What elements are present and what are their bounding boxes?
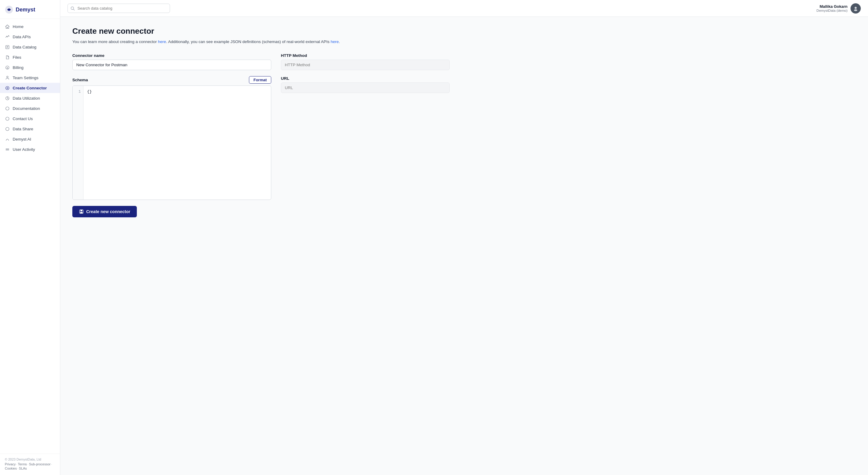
home-icon: [5, 24, 10, 29]
demyst-ai-icon: [5, 137, 10, 141]
sidebar-item-team-settings[interactable]: Team Settings: [0, 72, 60, 83]
schema-header: Schema Format: [72, 76, 271, 84]
sidebar-item-billing[interactable]: $ Billing: [0, 62, 60, 72]
svg-line-19: [73, 9, 75, 10]
url-input[interactable]: [281, 82, 450, 93]
sidebar-item-data-catalog[interactable]: Data Catalog: [0, 42, 60, 52]
sidebar-item-create-connector[interactable]: Create Connector: [0, 83, 60, 93]
logo-text: Demyst: [16, 7, 35, 13]
svg-point-14: [6, 127, 9, 131]
format-button[interactable]: Format: [249, 76, 271, 84]
create-connector-button[interactable]: Create new connector: [72, 206, 137, 217]
sidebar-item-demyst-ai[interactable]: Demyst AI: [0, 134, 60, 144]
footer-link-terms[interactable]: Terms: [18, 462, 27, 466]
connector-name-label: Connector name: [72, 53, 271, 58]
search-icon: [70, 6, 75, 10]
schema-label: Schema: [72, 78, 88, 82]
files-icon: [5, 55, 10, 60]
topbar: Mallika Gokarn DemystData (demo): [60, 0, 868, 17]
nav-list: Home Data APIs Data Catalog Files $ Bill…: [0, 19, 60, 454]
data-apis-icon: [5, 34, 10, 39]
svg-point-22: [854, 9, 858, 11]
page-description: You can learn more about creating a conn…: [72, 39, 856, 45]
schema-section: Schema Format 1 {}: [72, 76, 271, 200]
sidebar-label-documentation: Documentation: [13, 106, 40, 111]
svg-text:$: $: [7, 67, 8, 69]
schema-editor: 1 {}: [72, 86, 271, 200]
desc-link2[interactable]: here: [331, 39, 339, 44]
avatar: [850, 3, 861, 13]
save-icon: [79, 209, 84, 214]
create-btn-label: Create new connector: [86, 209, 130, 214]
http-method-input[interactable]: [281, 60, 450, 70]
data-catalog-icon: [5, 44, 10, 49]
sidebar-label-user-activity: User Activity: [13, 147, 35, 152]
http-method-field: HTTP Method: [281, 53, 450, 70]
contact-us-icon: [5, 116, 10, 121]
url-label: URL: [281, 76, 450, 81]
sidebar-item-home[interactable]: Home: [0, 21, 60, 32]
svg-point-12: [6, 107, 9, 110]
svg-point-13: [6, 117, 9, 121]
sidebar-label-data-catalog: Data Catalog: [13, 45, 36, 49]
sidebar-item-data-share[interactable]: Data Share: [0, 124, 60, 134]
schema-textarea[interactable]: {}: [84, 86, 271, 200]
svg-point-7: [7, 76, 8, 78]
desc-suffix: .: [339, 39, 340, 44]
sidebar-label-demyst-ai: Demyst AI: [13, 137, 31, 141]
sidebar-item-files[interactable]: Files: [0, 52, 60, 62]
search-wrapper: [67, 4, 170, 13]
http-method-label: HTTP Method: [281, 53, 450, 58]
form-left: Connector name Schema Format 1 {} Create…: [72, 53, 271, 217]
sidebar-label-billing: Billing: [13, 65, 24, 70]
team-settings-icon: [5, 75, 10, 80]
billing-icon: $: [5, 65, 10, 70]
sidebar-label-data-apis: Data APIs: [13, 35, 31, 39]
sidebar: Demyst Home Data APIs Data Catalog Fil: [0, 0, 60, 475]
sidebar-item-contact-us[interactable]: Contact Us: [0, 113, 60, 124]
sidebar-label-data-share: Data Share: [13, 127, 33, 131]
sidebar-label-contact-us: Contact Us: [13, 116, 33, 121]
line-numbers: 1: [73, 86, 84, 200]
sidebar-label-team-settings: Team Settings: [13, 75, 38, 80]
desc-prefix: You can learn more about creating a conn…: [72, 39, 158, 44]
form-right: HTTP Method URL: [281, 53, 450, 99]
user-activity-icon: [5, 147, 10, 152]
sidebar-footer: © 2023 DemystData, Ltd Privacy · Terms ·…: [0, 454, 60, 475]
demyst-logo-icon: [5, 5, 13, 14]
user-info: Mallika Gokarn DemystData (demo): [816, 4, 847, 12]
sidebar-label-files: Files: [13, 55, 22, 60]
sidebar-item-user-activity[interactable]: User Activity: [0, 144, 60, 155]
page-content: Create new connector You can learn more …: [60, 17, 868, 475]
sidebar-item-documentation[interactable]: Documentation: [0, 103, 60, 113]
sidebar-label-create-connector: Create Connector: [13, 86, 47, 90]
svg-point-21: [855, 7, 857, 9]
sidebar-item-data-apis[interactable]: Data APIs: [0, 32, 60, 42]
main-area: Mallika Gokarn DemystData (demo) Create …: [60, 0, 868, 475]
url-field: URL: [281, 76, 450, 93]
footer-link-cookies[interactable]: Cookies: [5, 467, 17, 470]
connector-name-input[interactable]: [72, 60, 271, 70]
user-org: DemystData (demo): [816, 9, 847, 12]
documentation-icon: [5, 106, 10, 111]
create-connector-icon: [5, 86, 10, 90]
footer-link-slas[interactable]: SLAs: [19, 467, 27, 470]
user-area: Mallika Gokarn DemystData (demo): [816, 3, 861, 13]
desc-middle: . Additionally, you can see example JSON…: [166, 39, 331, 44]
logo-area: Demyst: [0, 0, 60, 19]
svg-rect-24: [81, 210, 82, 211]
create-connector-form: Connector name Schema Format 1 {} Create…: [72, 53, 856, 217]
sidebar-label-home: Home: [13, 24, 24, 29]
sidebar-label-data-utilization: Data Utilization: [13, 96, 40, 101]
desc-link1[interactable]: here: [158, 39, 166, 44]
search-input[interactable]: [67, 4, 170, 13]
footer-link-privacy[interactable]: Privacy: [5, 462, 16, 466]
svg-rect-25: [80, 212, 83, 213]
data-utilization-icon: [5, 96, 10, 101]
user-name: Mallika Gokarn: [816, 4, 847, 9]
footer-link-subprocessor[interactable]: Sub-processor: [29, 462, 51, 466]
copyright-text: © 2023 DemystData, Ltd: [5, 457, 55, 461]
page-title: Create new connector: [72, 27, 856, 36]
data-share-icon: [5, 127, 10, 131]
sidebar-item-data-utilization[interactable]: Data Utilization: [0, 93, 60, 103]
